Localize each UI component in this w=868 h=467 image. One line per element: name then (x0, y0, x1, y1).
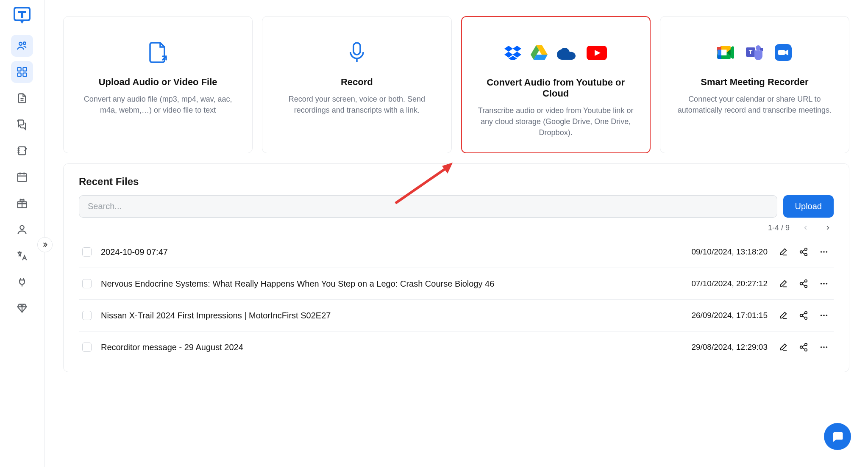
more-icon[interactable] (818, 246, 830, 258)
svg-rect-44 (778, 50, 785, 55)
file-name: 2024-10-09 07:47 (101, 247, 652, 257)
svg-point-74 (821, 346, 822, 348)
file-checkbox[interactable] (82, 279, 92, 288)
svg-point-66 (821, 315, 822, 316)
upload-button[interactable]: Upload (783, 195, 834, 218)
recent-files-panel: Recent Files Upload 1-4 / 9 2024-10-09 0… (63, 163, 849, 372)
svg-line-57 (802, 285, 805, 286)
svg-point-69 (805, 343, 807, 346)
pager: 1-4 / 9 (79, 222, 834, 234)
people-icon[interactable] (11, 35, 33, 57)
more-icon[interactable] (818, 341, 830, 354)
zoom-icon (775, 44, 792, 61)
svg-line-56 (802, 282, 805, 283)
sidebar-expand-button[interactable] (37, 237, 53, 252)
svg-point-53 (805, 280, 807, 282)
file-row[interactable]: Recorditor message - 29 August 2024 29/0… (79, 332, 834, 363)
edit-icon[interactable] (777, 246, 790, 258)
svg-point-60 (826, 283, 828, 285)
more-icon[interactable] (818, 277, 830, 290)
edit-icon[interactable] (777, 309, 790, 322)
pager-range: 1-4 / 9 (768, 224, 790, 232)
share-icon[interactable] (797, 277, 810, 290)
svg-line-72 (802, 345, 805, 347)
svg-line-48 (802, 250, 805, 251)
file-checkbox[interactable] (82, 247, 92, 257)
share-icon[interactable] (797, 309, 810, 322)
dashboard-icon[interactable] (11, 61, 33, 83)
card-smart-meeting[interactable]: T Smart Meeting Recorder Connect your ca… (660, 16, 849, 153)
share-icon[interactable] (797, 246, 810, 258)
svg-line-64 (802, 313, 805, 315)
file-row[interactable]: 2024-10-09 07:47 09/10/2024, 13:18:20 (79, 236, 834, 268)
search-input[interactable] (79, 195, 777, 218)
svg-point-70 (800, 346, 803, 349)
file-name: Recorditor message - 29 August 2024 (101, 343, 652, 352)
gift-icon[interactable] (11, 192, 33, 214)
svg-rect-5 (18, 68, 21, 71)
pager-prev-button[interactable] (800, 222, 812, 234)
svg-point-4 (23, 42, 26, 44)
svg-point-62 (800, 315, 803, 317)
file-checkbox[interactable] (82, 311, 92, 320)
svg-text:T: T (749, 49, 753, 55)
svg-point-3 (19, 42, 22, 45)
card-desc: Convert any audio file (mp3, mp4, wav, a… (75, 94, 240, 116)
card-record[interactable]: Record Record your screen, voice or both… (262, 16, 451, 153)
svg-point-76 (826, 346, 828, 348)
svg-point-58 (821, 283, 822, 285)
card-convert-cloud[interactable]: Convert Audio from Youtube or Cloud Tran… (461, 16, 651, 153)
translate-icon[interactable] (11, 245, 33, 267)
file-date: 29/08/2024, 12:29:03 (662, 343, 768, 352)
file-upload-icon (147, 41, 169, 64)
card-desc: Transcribe audio or video from Youtube l… (474, 105, 638, 138)
svg-point-54 (800, 283, 803, 285)
svg-point-71 (805, 349, 807, 351)
svg-point-63 (805, 317, 807, 320)
card-upload-file[interactable]: Upload Audio or Video File Convert any a… (63, 16, 253, 153)
profile-icon[interactable] (11, 218, 33, 240)
recent-files-title: Recent Files (79, 176, 834, 188)
edit-icon[interactable] (777, 341, 790, 354)
svg-rect-15 (18, 174, 27, 182)
microphone-icon (348, 41, 366, 64)
svg-rect-7 (18, 73, 21, 76)
card-desc: Connect your calendar or share URL to au… (672, 94, 837, 116)
more-icon[interactable] (818, 309, 830, 322)
onedrive-icon (557, 46, 577, 60)
google-drive-icon (531, 45, 548, 61)
file-row[interactable]: Nissan X-Trail 2024 First Impressions | … (79, 300, 834, 332)
svg-point-47 (805, 254, 807, 256)
svg-point-50 (821, 251, 822, 253)
svg-rect-11 (19, 147, 25, 155)
file-date: 26/09/2024, 17:01:15 (662, 311, 768, 320)
logo[interactable] (12, 5, 32, 25)
svg-point-45 (805, 248, 807, 251)
card-title: Upload Audio or Video File (99, 77, 217, 88)
svg-point-52 (826, 251, 828, 253)
card-desc: Record your screen, voice or both. Send … (274, 94, 439, 116)
action-cards-row: Upload Audio or Video File Convert any a… (63, 16, 849, 153)
notebook-icon[interactable] (11, 140, 33, 162)
edit-icon[interactable] (777, 277, 790, 290)
svg-rect-6 (23, 68, 26, 71)
calendar-icon[interactable] (11, 166, 33, 188)
card-title: Convert Audio from Youtube or Cloud (474, 77, 638, 99)
file-checkbox[interactable] (82, 343, 92, 352)
chat-icon[interactable] (11, 113, 33, 135)
file-name: Nissan X-Trail 2024 First Impressions | … (101, 311, 652, 321)
document-icon[interactable] (11, 87, 33, 109)
file-date: 09/10/2024, 13:18:20 (662, 247, 768, 257)
dropbox-icon (504, 46, 521, 60)
svg-point-55 (805, 285, 807, 288)
svg-rect-23 (353, 43, 360, 55)
share-icon[interactable] (797, 341, 810, 354)
file-list: 2024-10-09 07:47 09/10/2024, 13:18:20 Ne… (79, 236, 834, 363)
chat-support-button[interactable] (824, 423, 851, 450)
svg-line-65 (802, 316, 805, 318)
pager-next-button[interactable] (822, 222, 834, 234)
plug-icon[interactable] (11, 271, 33, 293)
sidebar (0, 0, 45, 467)
file-row[interactable]: Nervous Endocrine Systems: What Really H… (79, 268, 834, 300)
gem-icon[interactable] (11, 297, 33, 319)
